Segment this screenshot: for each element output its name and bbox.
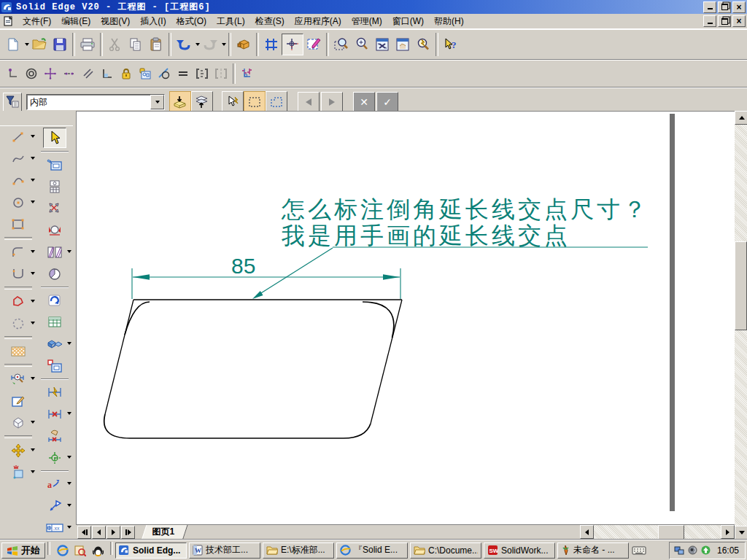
cube-tool[interactable] (7, 413, 29, 432)
pan-button[interactable] (392, 34, 413, 55)
lock-relationship-button[interactable] (117, 65, 136, 82)
part-geometry[interactable] (104, 300, 402, 438)
sketch-button[interactable] (303, 34, 324, 55)
taskbar-task-1[interactable]: W技术部工... (189, 542, 260, 559)
revolved-section-tool[interactable] (44, 221, 66, 240)
horizontal-scrollbar[interactable] (580, 525, 735, 540)
symmetric-relationship-button[interactable] (193, 65, 212, 82)
fit-button[interactable] (372, 34, 392, 55)
parts-list-tool[interactable] (44, 177, 66, 196)
perpendicular-relationship-button[interactable] (98, 65, 117, 82)
symmetric-axis-relationship-button[interactable] (212, 65, 231, 82)
detail-view-tool[interactable] (44, 265, 66, 284)
taskbar-task-3[interactable]: 『Solid E... (336, 542, 408, 559)
menu-item-10[interactable]: 帮助(H) (429, 14, 469, 29)
update-tray-icon[interactable] (701, 545, 711, 555)
alignment-relationship-button[interactable] (238, 65, 257, 82)
measure-tool[interactable] (7, 370, 29, 389)
move-tool[interactable] (7, 441, 29, 460)
menu-item-3[interactable]: 插入(I) (135, 14, 171, 29)
cut-button[interactable] (105, 34, 125, 55)
redo-button[interactable] (200, 34, 220, 55)
table-tool[interactable] (44, 313, 66, 332)
contour-tool[interactable] (7, 292, 29, 311)
equal-relationship-button[interactable] (174, 65, 193, 82)
image-viewer-icon[interactable] (73, 543, 88, 558)
save-button[interactable] (50, 34, 70, 55)
scroll-up-button[interactable] (735, 111, 747, 125)
open-button[interactable] (29, 34, 50, 55)
new-document-button[interactable] (3, 34, 23, 55)
keyboard-input-icon[interactable] (632, 545, 646, 556)
copy-button[interactable] (125, 34, 146, 55)
menu-item-0[interactable]: 文件(F) (18, 14, 56, 29)
connect-relationship-button[interactable] (3, 65, 22, 82)
internet-explorer-icon[interactable] (55, 543, 70, 558)
vertical-scroll-thumb[interactable] (735, 241, 747, 330)
tangent-relationship-button[interactable] (155, 65, 174, 82)
parallel-relationship-button[interactable] (79, 65, 98, 82)
menu-item-8[interactable]: 管理(M) (347, 14, 387, 29)
concentric-relationship-button[interactable] (22, 65, 41, 82)
minimize-button[interactable] (703, 1, 716, 13)
fillet-tool[interactable] (7, 243, 29, 262)
previous-button[interactable] (298, 92, 320, 112)
quickpick-button[interactable] (222, 91, 244, 113)
menu-item-1[interactable]: 编辑(E) (56, 14, 96, 29)
section-view-tool[interactable] (44, 199, 66, 218)
connect-point-tool[interactable] (7, 463, 29, 482)
fence-rectangle-button[interactable] (244, 91, 266, 113)
network-tray-icon[interactable] (674, 545, 684, 556)
previous-sheet-button[interactable] (92, 526, 106, 539)
zoom-area-button[interactable] (331, 34, 352, 55)
format-painter-tool[interactable] (7, 392, 29, 411)
alignment-indicator-button[interactable] (282, 34, 303, 55)
update-views-tool[interactable] (44, 291, 66, 310)
menu-item-5[interactable]: 工具(L) (212, 14, 250, 29)
fill-hatch-tool[interactable] (7, 342, 29, 361)
undo-button[interactable] (174, 34, 194, 55)
center-mark-tool[interactable] (44, 448, 66, 467)
help-pointer-button[interactable]: ? (441, 34, 461, 55)
taskbar-task-6[interactable]: 未命名 - ... (557, 542, 629, 559)
last-sheet-button[interactable] (121, 526, 135, 539)
taskbar-task-0[interactable]: Solid Edg... (115, 542, 187, 559)
accept-button[interactable]: ✓ (376, 92, 398, 112)
rectangle-tool[interactable] (7, 215, 29, 234)
3d-model-button[interactable] (233, 34, 254, 55)
drawing-area-tool[interactable] (44, 357, 66, 376)
curve-tool[interactable] (7, 149, 29, 168)
paste-button[interactable] (146, 34, 166, 55)
blocks-tool[interactable] (44, 335, 66, 354)
qq-icon[interactable] (90, 543, 105, 558)
first-sheet-button[interactable] (77, 526, 91, 539)
zoom-button[interactable] (352, 34, 372, 55)
redo-dropdown-arrow[interactable] (222, 43, 226, 46)
arc-tool[interactable] (7, 171, 29, 190)
taskbar-task-5[interactable]: SWSolidWork... (484, 542, 555, 559)
restore-button[interactable] (718, 1, 731, 13)
menu-item-7[interactable]: 应用程序(A) (290, 14, 347, 29)
annotation-text-line1[interactable]: 怎么标注倒角延长线交点尺寸？ (281, 196, 649, 222)
scroll-down-button[interactable] (735, 526, 747, 540)
collinear-relationship-button[interactable] (60, 65, 79, 82)
horizontal-vertical-relationship-button[interactable] (41, 65, 60, 82)
combobox-dropdown-button[interactable] (150, 95, 164, 109)
annotation-text-line2[interactable]: 我是用手画的延长线交点 (282, 222, 570, 249)
taskbar-task-4[interactable]: C:\Docume... (410, 542, 481, 559)
grid-button[interactable] (261, 34, 282, 55)
scroll-right-button[interactable] (721, 525, 735, 539)
fence-polygon-button[interactable] (266, 91, 287, 113)
menu-item-2[interactable]: 视图(V) (96, 14, 135, 29)
child-restore-button[interactable] (718, 15, 731, 27)
pattern-tool[interactable] (7, 314, 29, 333)
view-wizard-tool[interactable] (44, 155, 66, 174)
callout-tool[interactable]: a (44, 475, 66, 494)
smart-dimension-tool[interactable] (44, 383, 66, 402)
circle-tool[interactable] (7, 193, 29, 212)
move-to-front-button[interactable] (191, 91, 213, 113)
taskbar-clock[interactable]: 16:05 (714, 545, 739, 556)
remove-dimension-tool[interactable] (44, 427, 66, 446)
horizontal-scroll-thumb[interactable] (658, 525, 684, 540)
feature-control-frame-tool[interactable]: .xx (44, 518, 66, 537)
